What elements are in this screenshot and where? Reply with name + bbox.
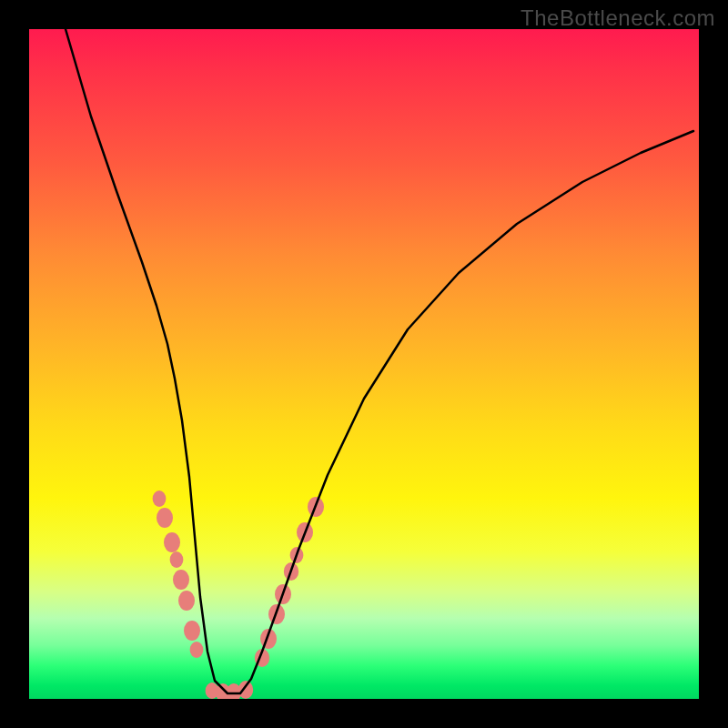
data-marker [153, 490, 167, 507]
data-marker [157, 508, 173, 528]
data-marker [190, 642, 204, 658]
chart-svg [29, 29, 699, 699]
markers-group [153, 490, 324, 699]
data-marker [173, 570, 189, 590]
chart-frame: TheBottleneck.com [0, 0, 728, 728]
watermark-text: TheBottleneck.com [521, 5, 715, 31]
data-marker [184, 621, 200, 641]
data-marker [164, 532, 180, 552]
data-marker [170, 551, 184, 568]
plot-area [29, 29, 699, 699]
data-marker [238, 681, 253, 699]
data-marker [178, 591, 195, 611]
curve-path [66, 29, 693, 693]
